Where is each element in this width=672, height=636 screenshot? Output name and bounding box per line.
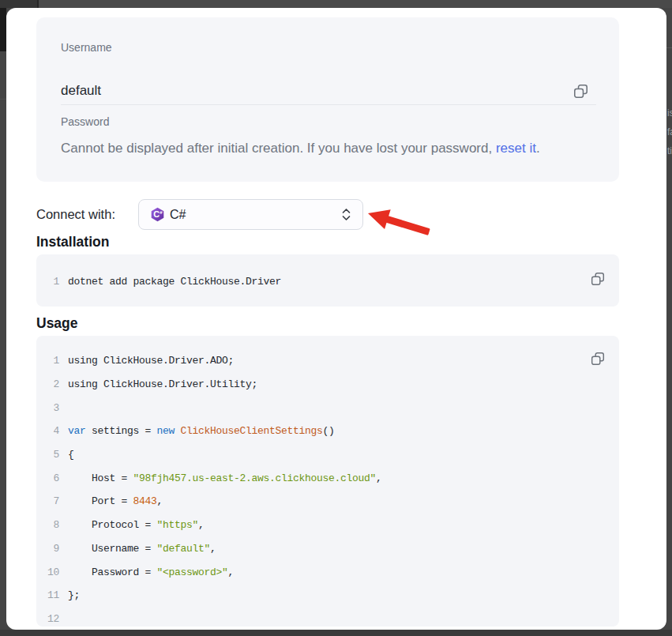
csharp-icon: C # (150, 207, 165, 222)
overlay-vertical-divider (37, 0, 39, 8)
background-text-fragment: fa (667, 126, 672, 137)
code-text: Username = "default", (68, 543, 216, 555)
code-line: 6 Host = "98fjh457.us-east-2.aws.clickho… (36, 466, 619, 490)
background-text-fragment: is (667, 107, 672, 119)
code-text: var settings = new ClickHouseClientSetti… (68, 425, 335, 437)
copy-icon (591, 277, 605, 288)
connect-with-label: Connect with: (36, 207, 115, 222)
code-line: 9 Username = "default", (36, 537, 619, 561)
chevron-up-down-icon (341, 207, 351, 222)
code-text: using ClickHouse.Driver.ADO; (68, 355, 234, 367)
overlay-bottom-strip (0, 630, 672, 636)
code-text: dotnet add package ClickHouse.Driver (68, 276, 281, 288)
code-line: 8 Protocol = "https", (36, 514, 619, 537)
line-number: 9 (36, 543, 59, 555)
code-text: Password = "<password>", (68, 566, 234, 578)
line-number: 10 (36, 566, 59, 578)
overlay-clipped-text: isfati (666, 103, 672, 166)
background-text-fragment: ti (667, 145, 672, 156)
overlay-left-dark-block (0, 8, 6, 51)
password-message-suffix: . (536, 141, 540, 156)
code-line: 12 (36, 608, 619, 627)
svg-text:C: C (153, 209, 160, 219)
copy-icon (573, 89, 588, 101)
password-message: Cannot be displayed after initial creati… (61, 141, 540, 156)
line-number: 7 (36, 495, 59, 507)
overlay-right-divider (666, 47, 672, 48)
code-line: 7 Port = 8443, (36, 490, 619, 514)
installation-code-block: 1dotnet add package ClickHouse.Driver (36, 254, 619, 307)
username-value: default (61, 83, 101, 99)
svg-text:#: # (160, 209, 163, 215)
code-text: { (68, 449, 74, 461)
line-number: 11 (36, 589, 59, 601)
reset-password-link[interactable]: reset it (496, 141, 536, 156)
line-number: 3 (36, 402, 59, 414)
copy-installation-code-button[interactable] (591, 272, 605, 286)
connection-details-modal: Username default Password Cannot be disp… (6, 8, 666, 630)
line-number: 2 (36, 378, 59, 390)
usage-heading: Usage (36, 315, 619, 331)
copy-username-button[interactable] (573, 84, 588, 99)
overlay-left-divider (0, 99, 6, 100)
card-divider (61, 104, 596, 105)
code-line: 1dotnet add package ClickHouse.Driver (36, 274, 619, 288)
code-text: using ClickHouse.Driver.Utility; (68, 378, 257, 390)
code-line: 5{ (36, 443, 619, 467)
password-message-text: Cannot be displayed after initial creati… (61, 141, 496, 156)
line-number: 6 (36, 472, 59, 484)
installation-heading: Installation (36, 234, 619, 250)
code-line: 1using ClickHouse.Driver.ADO; (36, 349, 619, 373)
code-text: Port = 8443, (68, 495, 163, 507)
username-label: Username (61, 41, 112, 54)
password-label: Password (61, 115, 109, 128)
code-line: 2using ClickHouse.Driver.Utility; (36, 373, 619, 397)
line-number: 5 (36, 449, 59, 461)
language-select-dropdown[interactable]: C # C# (138, 199, 363, 230)
selected-language-label: C# (170, 208, 341, 222)
code-text: Protocol = "https", (68, 519, 205, 531)
credentials-card: Username default Password Cannot be disp… (36, 17, 619, 182)
code-line: 11}; (36, 584, 619, 608)
line-number: 1 (36, 355, 59, 367)
overlay-top-left-block (0, 0, 37, 8)
connect-with-row: Connect with: C # C# (36, 199, 619, 230)
line-number: 12 (36, 613, 59, 625)
code-text: Host = "98fjh457.us-east-2.aws.clickhous… (68, 472, 382, 484)
copy-icon (591, 356, 605, 368)
line-number: 1 (36, 276, 59, 288)
copy-usage-code-button[interactable] (591, 352, 605, 366)
usage-code-block: 1using ClickHouse.Driver.ADO;2using Clic… (36, 336, 619, 627)
overlay-top-strip (0, 0, 672, 8)
line-number: 4 (36, 425, 59, 437)
code-line: 10 Password = "<password>", (36, 560, 619, 584)
line-number: 8 (36, 519, 59, 531)
code-line: 3 (36, 396, 619, 420)
code-line: 4var settings = new ClickHouseClientSett… (36, 420, 619, 443)
code-text: }; (68, 589, 80, 601)
